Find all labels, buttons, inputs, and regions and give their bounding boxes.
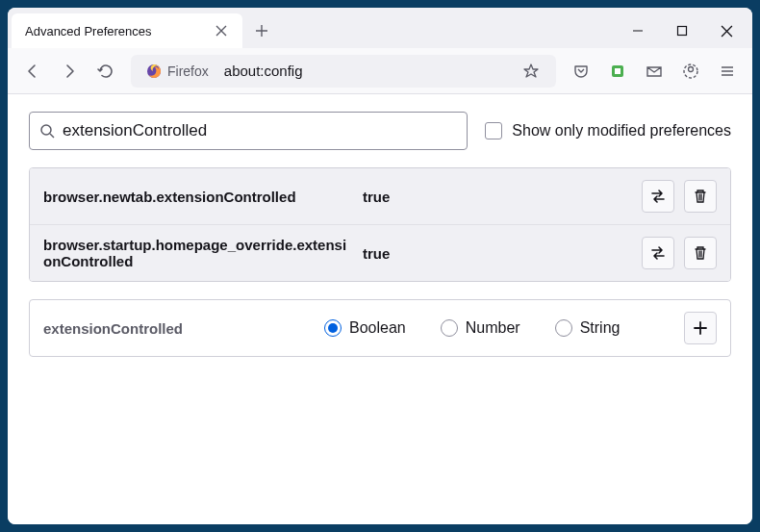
pocket-icon[interactable]: [564, 54, 598, 89]
checkbox-icon: [485, 122, 502, 139]
radio-label: Boolean: [349, 319, 406, 337]
radio-icon: [441, 319, 458, 337]
reload-button[interactable]: [89, 54, 123, 89]
new-tab-button[interactable]: [246, 15, 277, 46]
extension-icon[interactable]: [600, 54, 635, 89]
type-radios: Boolean Number String: [324, 319, 672, 337]
add-pref-section: extensionControlled Boolean Number Strin…: [29, 299, 731, 357]
minimize-button[interactable]: [616, 13, 660, 48]
pref-row: browser.startup.homepage_override.extens…: [30, 225, 730, 281]
radio-icon: [324, 319, 342, 337]
mail-icon[interactable]: [637, 54, 671, 89]
add-pref-name: extensionControlled: [43, 320, 313, 337]
checkbox-label: Show only modified preferences: [512, 122, 731, 139]
page-content: Show only modified preferences browser.n…: [8, 94, 752, 524]
radio-string[interactable]: String: [555, 319, 621, 337]
tab-title: Advanced Preferences: [25, 24, 202, 38]
account-icon[interactable]: [673, 54, 708, 89]
search-box[interactable]: [29, 112, 468, 150]
nav-toolbar: Firefox: [8, 48, 752, 94]
browser-window: Advanced Preferences: [8, 8, 752, 524]
pref-name: browser.startup.homepage_override.extens…: [43, 237, 351, 269]
close-window-button[interactable]: [704, 13, 748, 48]
trash-icon: [693, 245, 708, 261]
titlebar: Advanced Preferences: [8, 8, 752, 48]
back-button[interactable]: [15, 54, 50, 89]
toggle-icon: [649, 244, 667, 262]
add-pref-row: extensionControlled Boolean Number Strin…: [30, 300, 730, 356]
delete-button[interactable]: [684, 237, 717, 269]
firefox-icon: [146, 63, 162, 79]
toggle-button[interactable]: [642, 180, 674, 213]
pref-row: browser.newtab.extensionControlled true: [30, 168, 730, 225]
radio-label: Number: [466, 319, 520, 337]
search-input[interactable]: [63, 121, 457, 140]
radio-number[interactable]: Number: [441, 319, 520, 337]
url-input[interactable]: [224, 63, 506, 79]
radio-label: String: [580, 319, 621, 337]
close-tab-icon[interactable]: [210, 19, 233, 42]
pref-name: browser.newtab.extensionControlled: [43, 189, 351, 205]
maximize-button[interactable]: [660, 13, 704, 48]
browser-tab[interactable]: Advanced Preferences: [12, 13, 242, 48]
svg-point-6: [41, 125, 51, 135]
show-modified-checkbox[interactable]: Show only modified preferences: [485, 122, 731, 139]
radio-boolean[interactable]: Boolean: [324, 319, 406, 337]
menu-button[interactable]: [710, 54, 745, 89]
search-row: Show only modified preferences: [8, 94, 752, 167]
trash-icon: [693, 189, 708, 204]
bookmark-star-icon[interactable]: [514, 54, 548, 89]
delete-button[interactable]: [684, 180, 717, 213]
identity-box[interactable]: Firefox: [139, 62, 216, 81]
toggle-icon: [649, 188, 667, 205]
svg-rect-3: [615, 68, 621, 74]
url-bar[interactable]: Firefox: [131, 55, 556, 88]
radio-icon: [555, 319, 572, 337]
svg-point-5: [689, 66, 694, 71]
pref-value: true: [363, 189, 630, 205]
pref-value: true: [363, 245, 630, 262]
svg-rect-0: [678, 27, 687, 36]
identity-label: Firefox: [167, 63, 209, 79]
add-button[interactable]: [684, 312, 717, 344]
plus-icon: [693, 320, 708, 336]
forward-button[interactable]: [52, 54, 87, 89]
toggle-button[interactable]: [642, 237, 674, 269]
search-icon: [39, 123, 55, 139]
preferences-list: browser.newtab.extensionControlled true …: [29, 167, 731, 282]
